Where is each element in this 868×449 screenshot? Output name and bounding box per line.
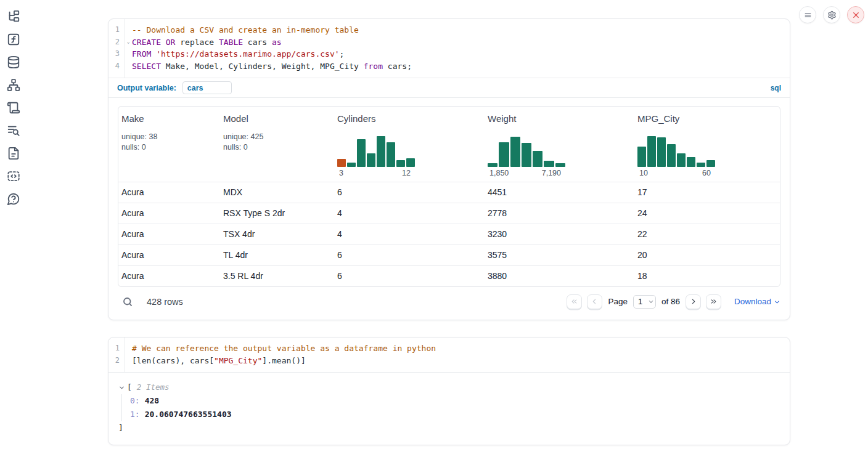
- histogram-bar[interactable]: [337, 159, 346, 167]
- table-header: Makeunique: 38nulls: 0Modelunique: 425nu…: [118, 107, 780, 182]
- fold-toggle-icon[interactable]: ⌄: [127, 39, 130, 44]
- code-content: -- Download a CSV and create an in-memor…: [124, 24, 359, 36]
- menu-icon: [803, 10, 813, 20]
- sidebar-scratchpad-button[interactable]: [7, 101, 20, 115]
- code-content: FROM 'https://datasets.marimo.app/cars.c…: [124, 48, 344, 60]
- sidebar-logs-button[interactable]: [7, 124, 20, 137]
- table-cell: Acura: [118, 203, 220, 224]
- histogram-bar[interactable]: [667, 144, 676, 167]
- file-text-icon: [7, 147, 20, 160]
- collapse-toggle-button[interactable]: [118, 384, 125, 391]
- code-line[interactable]: 2⌄CREATE OR replace TABLE cars as: [108, 36, 790, 49]
- code-content: [len(cars), cars["MPG_City"].mean()]: [124, 355, 306, 367]
- search-icon: [122, 296, 133, 307]
- table-cell: Acura: [118, 224, 220, 245]
- histogram-bar[interactable]: [677, 153, 686, 167]
- histogram-bar[interactable]: [647, 136, 656, 167]
- table-row[interactable]: Acura3.5 RL 4dr6388018: [118, 265, 780, 286]
- column-name: Make: [121, 113, 215, 124]
- database-icon: [7, 55, 20, 69]
- sql-cell-output: Makeunique: 38nulls: 0Modelunique: 425nu…: [108, 98, 790, 320]
- search-button[interactable]: [122, 296, 133, 307]
- output-list-item: 1:20.060747663551403: [130, 408, 780, 421]
- last-page-button[interactable]: [706, 294, 721, 309]
- line-number: 2: [108, 355, 124, 367]
- code-token: [len(cars), cars[: [132, 356, 214, 365]
- file-tree-icon: [7, 10, 20, 23]
- histogram-max-label: 12: [402, 169, 411, 177]
- histogram-bar[interactable]: [367, 153, 375, 167]
- histogram-bar[interactable]: [637, 147, 646, 167]
- code-line[interactable]: 2[len(cars), cars["MPG_City"].mean()]: [108, 355, 790, 367]
- first-page-button[interactable]: [567, 294, 582, 309]
- column-stat: unique: 38: [121, 132, 215, 142]
- items-count-label: 2 Items: [137, 381, 170, 394]
- column-stat: nulls: 0: [223, 142, 329, 153]
- column-header-mpg_city[interactable]: MPG_City1060: [634, 107, 780, 182]
- next-page-button[interactable]: [686, 294, 701, 309]
- sidebar-file-explorer-button[interactable]: [7, 10, 20, 23]
- histogram-bar[interactable]: [706, 160, 715, 167]
- sidebar-dependency-graph-button[interactable]: [7, 78, 20, 92]
- code-editor[interactable]: 1-- Download a CSV and create an in-memo…: [108, 19, 790, 78]
- code-token: # We can reference the output variable a…: [132, 344, 436, 353]
- code-line[interactable]: 3FROM 'https://datasets.marimo.app/cars.…: [108, 48, 790, 60]
- sidebar-help-button[interactable]: [7, 192, 20, 206]
- table-cell: 4451: [485, 182, 634, 203]
- table-cell: RSX Type S 2dr: [220, 203, 334, 224]
- table-row[interactable]: AcuraMDX6445117: [118, 182, 780, 203]
- histogram-bar[interactable]: [357, 139, 366, 167]
- output-variable-input[interactable]: [182, 81, 232, 94]
- output-variable-label: Output variable:: [117, 84, 176, 92]
- column-header-weight[interactable]: Weight1,8507,190: [485, 107, 634, 182]
- code-content: # We can reference the output variable a…: [124, 342, 436, 355]
- page-select[interactable]: 1: [633, 295, 656, 309]
- histogram-bar[interactable]: [544, 161, 554, 167]
- histogram-bar[interactable]: [522, 143, 531, 167]
- code-token: ].mean()]: [262, 356, 305, 365]
- code-editor[interactable]: 1# We can reference the output variable …: [108, 338, 790, 372]
- sidebar-documentation-button[interactable]: [7, 147, 20, 160]
- column-header-make[interactable]: Makeunique: 38nulls: 0: [118, 107, 220, 182]
- chevrons-left-icon: [570, 297, 578, 305]
- item-index: 0:: [130, 396, 140, 405]
- network-icon: [7, 78, 20, 92]
- table-cell: 18: [634, 266, 780, 286]
- code-line[interactable]: 1-- Download a CSV and create an in-memo…: [108, 24, 790, 36]
- histogram-bar[interactable]: [387, 142, 395, 167]
- sidebar-datasources-button[interactable]: [7, 55, 20, 69]
- histogram-bar[interactable]: [555, 163, 565, 167]
- histogram-bar[interactable]: [377, 136, 385, 167]
- column-stats: unique: 38nulls: 0: [121, 132, 215, 153]
- column-header-cylinders[interactable]: Cylinders312: [334, 107, 485, 182]
- histogram-bar[interactable]: [697, 163, 705, 167]
- sidebar-variables-button[interactable]: [7, 33, 20, 46]
- table-row[interactable]: AcuraTL 4dr6357520: [118, 245, 780, 265]
- code-line[interactable]: 4SELECT Make, Model, Cylinders, Weight, …: [108, 60, 790, 73]
- code-token: TABLE: [219, 38, 243, 47]
- histogram-bar[interactable]: [396, 160, 405, 167]
- table-row[interactable]: AcuraTSX 4dr4323022: [118, 224, 780, 245]
- histogram-bar[interactable]: [533, 151, 542, 168]
- histogram-bar[interactable]: [657, 137, 666, 167]
- sidebar-snippets-button[interactable]: [7, 169, 20, 183]
- histogram-bar[interactable]: [499, 142, 509, 167]
- histogram-bar[interactable]: [488, 163, 497, 167]
- column-header-model[interactable]: Modelunique: 425nulls: 0: [220, 107, 334, 182]
- prev-page-button[interactable]: [587, 294, 602, 309]
- histogram-bar[interactable]: [347, 163, 356, 167]
- code-line[interactable]: 1# We can reference the output variable …: [108, 342, 790, 355]
- histogram-bar[interactable]: [406, 158, 415, 167]
- code-token: 'https://datasets.marimo.app/cars.csv': [156, 49, 339, 59]
- menu-button[interactable]: [799, 6, 816, 23]
- histogram-bar[interactable]: [687, 157, 695, 167]
- table-cell: 4: [334, 203, 485, 224]
- shutdown-button[interactable]: [847, 6, 864, 23]
- close-bracket: ]: [118, 421, 780, 435]
- download-button[interactable]: Download: [734, 297, 780, 306]
- histogram-bar[interactable]: [510, 137, 520, 167]
- language-badge: sql: [771, 84, 781, 92]
- settings-button[interactable]: [823, 6, 840, 23]
- histogram: 1060: [637, 134, 715, 177]
- table-row[interactable]: AcuraRSX Type S 2dr4277824: [118, 203, 780, 224]
